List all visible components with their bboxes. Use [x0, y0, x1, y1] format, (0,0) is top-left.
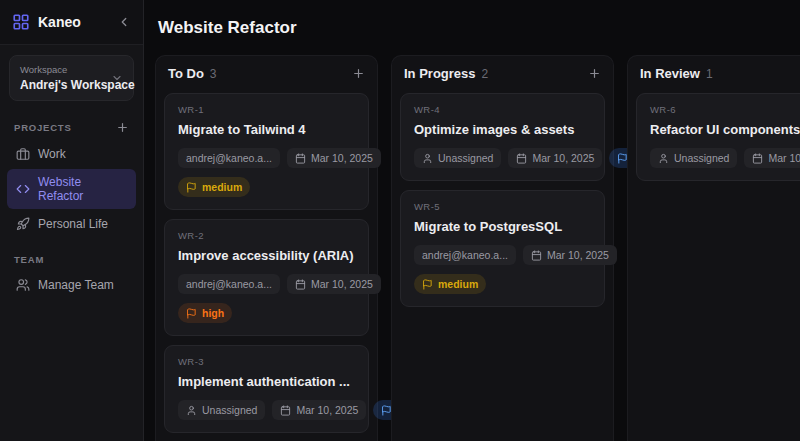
rocket-icon	[16, 217, 30, 231]
sidebar-item-personal-life[interactable]: Personal Life	[7, 211, 136, 237]
team-section-label: TEAM	[14, 254, 44, 265]
column-header: In Progress 2	[392, 56, 613, 89]
task-card-wr-2[interactable]: WR-2 Improve accessibility (ARIA) andrej…	[164, 219, 369, 336]
page-title: Website Refactor	[158, 18, 297, 38]
column-header: In Review 1	[628, 56, 800, 89]
briefcase-icon	[16, 147, 30, 161]
task-title: Implement authentication ...	[178, 374, 355, 389]
priority-badge: high	[178, 303, 232, 323]
assignee-chip: andrej@kaneo.a...	[178, 274, 280, 294]
column-cards: WR-4 Optimize images & assets Unassigned…	[392, 89, 613, 311]
app-name: Kaneo	[38, 14, 109, 30]
column-name: In Review	[640, 66, 700, 81]
column-count: 1	[706, 67, 713, 81]
add-task-button[interactable]	[588, 67, 601, 80]
task-title: Migrate to PostgresSQL	[414, 219, 591, 234]
task-id: WR-6	[650, 104, 800, 115]
task-title: Refactor UI components	[650, 122, 800, 137]
due-date-chip: Mar 10, 2025	[287, 274, 381, 294]
task-card-wr-5[interactable]: WR-5 Migrate to PostgresSQL andrej@kaneo…	[400, 190, 605, 307]
due-date-chip: Mar 10, 2025	[523, 245, 617, 265]
workspace-selector[interactable]: Workspace Andrej's Workspace	[9, 55, 134, 101]
projects-section-label: PROJECTS	[14, 122, 72, 133]
column-name: To Do	[168, 66, 204, 81]
task-card-wr-1[interactable]: WR-1 Migrate to Tailwind 4 andrej@kaneo.…	[164, 93, 369, 210]
due-date-chip: Mar 10, 2025	[508, 148, 602, 168]
task-card-wr-3[interactable]: WR-3 Implement authentication ... Unassi…	[164, 345, 369, 433]
workspace-text: Workspace Andrej's Workspace	[20, 64, 111, 92]
due-date-chip: Mar 10, 2025	[744, 148, 800, 168]
calendar-icon	[280, 405, 291, 416]
grid-logo-icon	[12, 13, 30, 31]
sidebar-collapse-button[interactable]	[117, 15, 131, 29]
sidebar: Kaneo Workspace Andrej's Workspace PROJE…	[0, 0, 144, 441]
flag-icon	[186, 308, 197, 319]
calendar-icon	[295, 279, 306, 290]
sidebar-item-label: Manage Team	[38, 278, 114, 292]
sidebar-item-website-refactor[interactable]: Website Refactor	[7, 169, 136, 209]
due-date-chip: Mar 10, 2025	[287, 148, 381, 168]
sidebar-item-label: Work	[38, 147, 66, 161]
sidebar-item-label: Personal Life	[38, 217, 108, 231]
projects-section-header: PROJECTS	[0, 121, 143, 134]
task-id: WR-2	[178, 230, 355, 241]
column-count: 3	[210, 67, 217, 81]
user-icon	[658, 153, 669, 164]
column-cards: WR-1 Migrate to Tailwind 4 andrej@kaneo.…	[156, 89, 377, 437]
main-content: Website Refactor To Do 3 WR-1	[144, 0, 800, 441]
column-count: 2	[482, 67, 489, 81]
column-name: In Progress	[404, 66, 476, 81]
team-section-header: TEAM	[0, 254, 143, 265]
sidebar-item-label: Website Refactor	[38, 175, 127, 203]
add-project-button[interactable]	[116, 121, 129, 134]
task-title: Optimize images & assets	[414, 122, 591, 137]
assignee-chip: Unassigned	[414, 148, 501, 168]
assignee-chip: andrej@kaneo.a...	[414, 245, 516, 265]
users-icon	[16, 278, 30, 292]
page-header: Website Refactor	[144, 0, 800, 55]
code-icon	[16, 182, 30, 196]
column-in-progress: In Progress 2 WR-4 Optimize images & ass…	[391, 55, 614, 441]
calendar-icon	[531, 250, 542, 261]
due-date-chip: Mar 10, 2025	[272, 400, 366, 420]
app-root: Kaneo Workspace Andrej's Workspace PROJE…	[0, 0, 800, 441]
sidebar-item-work[interactable]: Work	[7, 141, 136, 167]
calendar-icon	[295, 153, 306, 164]
workspace-name: Andrej's Workspace	[20, 78, 111, 92]
task-id: WR-3	[178, 356, 355, 367]
workspace-label: Workspace	[20, 64, 111, 75]
task-title: Improve accessibility (ARIA)	[178, 248, 355, 263]
task-id: WR-1	[178, 104, 355, 115]
task-card-wr-6[interactable]: WR-6 Refactor UI components Unassigned M…	[636, 93, 800, 181]
assignee-chip: Unassigned	[650, 148, 737, 168]
sidebar-item-manage-team[interactable]: Manage Team	[7, 272, 136, 298]
kanban-board: To Do 3 WR-1 Migrate to Tailwind 4	[144, 55, 800, 441]
calendar-icon	[752, 153, 763, 164]
task-id: WR-4	[414, 104, 591, 115]
task-title: Migrate to Tailwind 4	[178, 122, 355, 137]
task-card-wr-4[interactable]: WR-4 Optimize images & assets Unassigned…	[400, 93, 605, 181]
priority-badge: medium	[414, 274, 486, 294]
flag-icon	[422, 279, 433, 290]
sidebar-header: Kaneo	[0, 0, 143, 45]
column-cards: WR-6 Refactor UI components Unassigned M…	[628, 89, 800, 185]
user-icon	[422, 153, 433, 164]
task-id: WR-5	[414, 201, 591, 212]
column-header: To Do 3	[156, 56, 377, 89]
assignee-chip: Unassigned	[178, 400, 265, 420]
flag-icon	[186, 182, 197, 193]
assignee-chip: andrej@kaneo.a...	[178, 148, 280, 168]
chevron-down-icon	[111, 72, 123, 84]
add-task-button[interactable]	[352, 67, 365, 80]
calendar-icon	[516, 153, 527, 164]
priority-badge: medium	[178, 177, 250, 197]
user-icon	[186, 405, 197, 416]
column-todo: To Do 3 WR-1 Migrate to Tailwind 4	[155, 55, 378, 441]
column-in-review: In Review 1 WR-6 Refactor UI components	[627, 55, 800, 441]
